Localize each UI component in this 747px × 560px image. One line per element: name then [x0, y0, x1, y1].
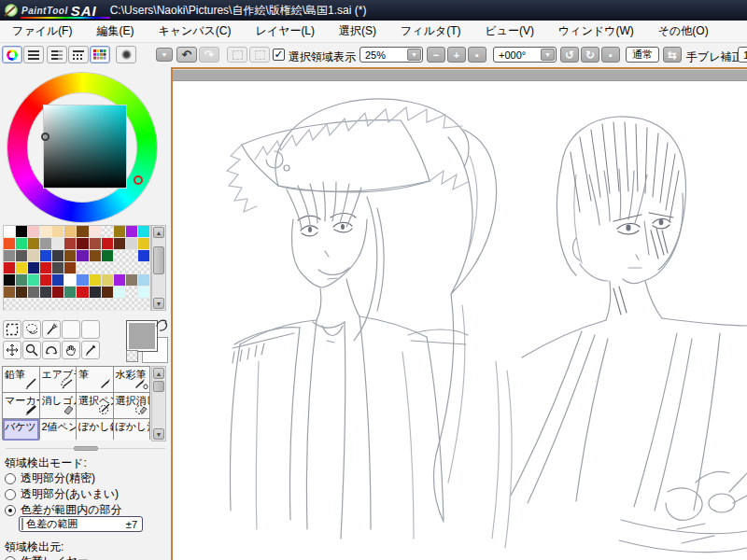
- palette-swatch[interactable]: [77, 250, 89, 262]
- swap-colors-arrow-icon[interactable]: [155, 317, 170, 332]
- palette-swatch[interactable]: [40, 238, 52, 250]
- palette-swatch[interactable]: [138, 226, 150, 238]
- palette-swatch[interactable]: [40, 299, 52, 311]
- palette-swatch[interactable]: [64, 250, 77, 262]
- menu-item-5[interactable]: フィルタ(T): [388, 23, 472, 39]
- scroll-up-icon[interactable]: ▲: [153, 227, 164, 238]
- palette-swatch[interactable]: [114, 299, 126, 311]
- palette-swatch[interactable]: [102, 238, 114, 250]
- palette-swatch[interactable]: [90, 238, 102, 250]
- palette-swatch[interactable]: [16, 226, 28, 238]
- radio-icon[interactable]: [5, 489, 16, 500]
- mixed-slider-panel-button[interactable]: [68, 46, 89, 63]
- palette-swatch[interactable]: [138, 299, 150, 311]
- palette-swatch[interactable]: [64, 238, 77, 250]
- brush-blureraser[interactable]: ぼかし消: [114, 419, 150, 441]
- palette-swatch[interactable]: [52, 226, 64, 238]
- palette-swatch[interactable]: [64, 262, 77, 274]
- panel-splitter[interactable]: [0, 444, 171, 453]
- swatches-panel-button[interactable]: [90, 46, 110, 63]
- menu-item-0[interactable]: ファイル(F): [0, 23, 84, 39]
- sv-marker[interactable]: [41, 133, 49, 141]
- palette-swatch[interactable]: [126, 250, 138, 262]
- palette-swatch[interactable]: [77, 226, 89, 238]
- palette-swatch[interactable]: [16, 287, 28, 299]
- palette-swatch[interactable]: [77, 299, 89, 311]
- hsv-slider-panel-button[interactable]: [47, 46, 67, 63]
- detection-mode-option-0[interactable]: 透明部分(精密): [5, 470, 95, 486]
- angle-dropdown-icon[interactable]: ▼: [541, 49, 555, 61]
- palette-swatch[interactable]: [4, 250, 16, 262]
- brush-marker[interactable]: マーカー: [3, 393, 39, 418]
- palette-swatch[interactable]: [102, 226, 114, 238]
- zoom-reset-button[interactable]: ▪: [468, 47, 486, 63]
- radio-icon[interactable]: [5, 473, 16, 484]
- menu-item-8[interactable]: その他(O): [646, 23, 721, 39]
- palette-swatch[interactable]: [4, 262, 16, 274]
- toolbar-dropdown-button[interactable]: ▼: [156, 48, 173, 62]
- rotate-view-tool[interactable]: [42, 341, 61, 359]
- angle-field[interactable]: +000° ▼: [493, 47, 557, 63]
- palette-swatch[interactable]: [52, 250, 64, 262]
- palette-swatch[interactable]: [64, 226, 77, 238]
- palette-swatch[interactable]: [40, 287, 52, 299]
- palette-swatch[interactable]: [16, 262, 28, 274]
- palette-swatch[interactable]: [4, 299, 16, 311]
- move-tool[interactable]: [3, 341, 21, 359]
- palette-swatch[interactable]: [52, 287, 64, 299]
- stabilizer-field[interactable]: 1: [738, 47, 747, 63]
- palette-swatch[interactable]: [138, 250, 150, 262]
- rotate-reset-button[interactable]: ▪: [601, 47, 620, 63]
- palette-swatch[interactable]: [126, 274, 138, 287]
- magic-wand-tool[interactable]: [42, 320, 61, 339]
- palette-swatch[interactable]: [28, 299, 40, 311]
- scroll-down-icon[interactable]: ▼: [153, 298, 164, 309]
- palette-swatch[interactable]: [138, 238, 150, 250]
- palette-swatch[interactable]: [114, 262, 126, 274]
- palette-swatch[interactable]: [114, 226, 126, 238]
- palette-swatch[interactable]: [90, 250, 102, 262]
- brush-seleraser[interactable]: 選択消し: [114, 393, 150, 418]
- blend-mode-button[interactable]: 通常: [626, 47, 659, 63]
- palette-swatch[interactable]: [90, 299, 102, 311]
- palette-swatch[interactable]: [77, 287, 89, 299]
- palette-swatch[interactable]: [138, 287, 150, 299]
- empty-tool-slot-1[interactable]: [62, 320, 80, 339]
- swatch-scrollbar[interactable]: ▲ ▼: [151, 225, 166, 311]
- eyedropper-tool[interactable]: [81, 341, 100, 359]
- palette-swatch[interactable]: [16, 299, 28, 311]
- swap-colors-mini[interactable]: [126, 350, 138, 362]
- palette-swatch[interactable]: [4, 274, 16, 287]
- palette-swatch[interactable]: [138, 262, 150, 274]
- lasso-tool[interactable]: [22, 320, 41, 339]
- palette-swatch[interactable]: [77, 238, 89, 250]
- palette-swatch[interactable]: [52, 299, 64, 311]
- palette-swatch[interactable]: [28, 226, 40, 238]
- swatch-scrollbar-thumb[interactable]: [153, 246, 164, 274]
- palette-swatch[interactable]: [126, 299, 138, 311]
- saturation-value-square[interactable]: [43, 105, 127, 189]
- palette-swatch[interactable]: [4, 238, 16, 250]
- palette-swatch[interactable]: [90, 287, 102, 299]
- menu-item-3[interactable]: レイヤー(L): [244, 23, 328, 39]
- palette-swatch[interactable]: [52, 238, 64, 250]
- radio-icon[interactable]: [5, 556, 16, 560]
- brush-eraser[interactable]: 消しゴム: [40, 393, 77, 418]
- empty-tool-slot-2[interactable]: [81, 320, 100, 339]
- palette-swatch[interactable]: [28, 262, 40, 274]
- brush-binary[interactable]: 2値ペン: [40, 419, 77, 441]
- palette-swatch[interactable]: [16, 250, 28, 262]
- redo-button[interactable]: ↷: [199, 47, 219, 63]
- hand-tool[interactable]: [62, 341, 80, 359]
- undo-button[interactable]: ↶: [176, 47, 197, 63]
- palette-swatch[interactable]: [52, 262, 64, 274]
- palette-swatch[interactable]: [16, 274, 28, 287]
- brush-selpen[interactable]: 選択ペン: [77, 393, 113, 418]
- palette-swatch[interactable]: [4, 226, 16, 238]
- palette-swatch[interactable]: [64, 274, 77, 287]
- invert-selection-button[interactable]: [249, 47, 270, 63]
- palette-swatch[interactable]: [126, 238, 138, 250]
- palette-swatch[interactable]: [40, 262, 52, 274]
- brush-airbrush[interactable]: エアブラシ: [40, 367, 77, 392]
- zoom-tool[interactable]: [22, 341, 41, 359]
